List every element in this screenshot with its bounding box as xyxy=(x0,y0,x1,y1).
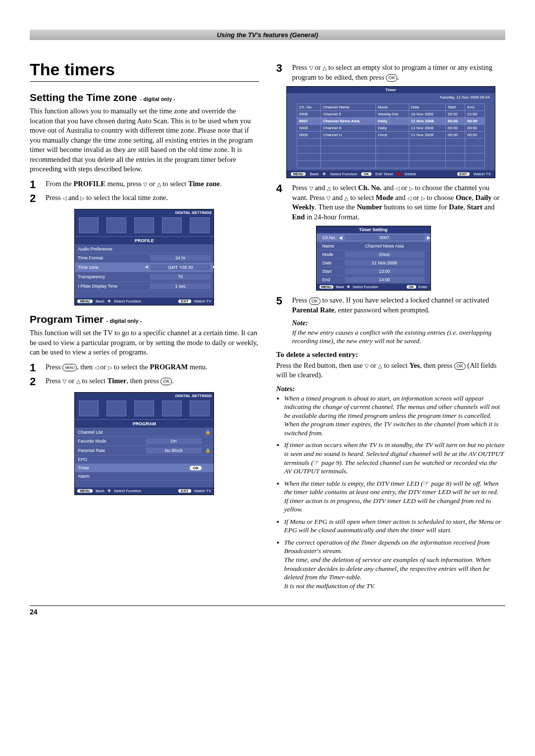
osd-row: Audio Preference xyxy=(75,245,214,253)
page-number: 24 xyxy=(30,605,505,616)
step-text: Press OK to save. If you have selected a… xyxy=(292,296,506,315)
ts-row: NameChannel News Asia xyxy=(317,242,430,250)
menu-button-icon: MENU xyxy=(62,364,77,371)
step-number: 4 xyxy=(276,183,286,194)
step5: 5 Press OK to save. If you have selected… xyxy=(276,296,506,315)
timer-table: Ch. No.Channel NameModeDateStartEnd 0006… xyxy=(297,103,485,168)
section2-step1: 1 Press MENU, then ◁ or ▷ to select the … xyxy=(30,362,259,373)
ts-footer: MENUBack ✥Select Function OKEnter xyxy=(317,284,430,290)
section1-step1: 1 From the PROFILE menu, press ▽ or △ to… xyxy=(30,179,259,190)
ts-title: Timer Setting xyxy=(317,226,430,233)
osd-icon-row xyxy=(75,216,214,236)
osd-section-title: PROFILE xyxy=(75,236,214,245)
osd-timer-setting: Timer Setting Ch.No.0007NameChannel News… xyxy=(316,226,431,291)
osd-row: I-Plate Display Time1 sec xyxy=(75,281,214,291)
section2-intro: This function will set the TV to go to a… xyxy=(30,328,259,357)
notes-heading: Notes: xyxy=(276,385,506,393)
list-item: When a timed program is about to start, … xyxy=(284,394,506,438)
list-item: If Menu or EPG is still open when timer … xyxy=(284,517,506,535)
timer-footer: MENUBack ✥Select Function OKEdit Timer D… xyxy=(287,170,495,178)
left-column: The timers Setting the Time zone - digit… xyxy=(30,60,259,594)
ok-button-icon: OK xyxy=(454,362,466,370)
table-row: 0008Channel 8Daily11 Nov 200800:0000:00 xyxy=(297,125,484,132)
menu-pill: MENU xyxy=(77,489,93,493)
ts-row: ModeOnce xyxy=(317,250,430,258)
up-triangle-icon: △ xyxy=(76,378,80,385)
osd-tag: DIGITAL SETTINGS xyxy=(75,209,214,216)
delete-entry-heading: To delete a selected entry: xyxy=(276,351,506,359)
right-triangle-icon: ▷ xyxy=(421,195,425,202)
delete-entry-body: Press the Red button, then use ▽ or △ to… xyxy=(276,361,506,380)
osd-timer-table: Timer Tuesday, 11 Nov 2008 06:44 Ch. No.… xyxy=(286,86,495,178)
osd-section-title: PROGRAM xyxy=(75,419,214,428)
two-column-layout: The timers Setting the Time zone - digit… xyxy=(30,60,505,594)
right-triangle-icon: ▷ xyxy=(409,185,413,192)
section-title: Program Timer xyxy=(30,313,104,325)
notes-list: When a timed program is about to start, … xyxy=(276,394,506,590)
step-number: 3 xyxy=(276,63,286,74)
note-body: If the new entry causes a conflict with … xyxy=(292,328,506,346)
osd-row: Time Format24 hr xyxy=(75,253,214,262)
table-row: 0009Channel UOnce11 Nov 200800:0000:00 xyxy=(297,132,484,139)
up-triangle-icon: △ xyxy=(327,185,331,192)
down-triangle-icon: ▽ xyxy=(365,362,369,370)
osd-footer: MENU Back ✥ Select Function EXIT Watch T… xyxy=(75,297,214,305)
navigate-icon: ✥ xyxy=(322,172,326,176)
right-triangle-icon: ▷ xyxy=(108,364,112,371)
table-row: 0007Channel News AsiaDaily11 Nov 200800:… xyxy=(297,118,484,125)
section2-step2: 2 Press ▽ or △ to select Timer, then pre… xyxy=(30,376,259,387)
step-number: 1 xyxy=(30,362,40,373)
step4: 4 Press ▽ and △ to select Ch. No. and ◁ … xyxy=(276,183,506,222)
step-text: Press MENU, then ◁ or ▷ to select the PR… xyxy=(46,362,208,372)
osd-row: Time zoneGMT +08:30 xyxy=(75,262,214,272)
note-heading: Note: xyxy=(292,319,506,327)
step-text: From the PROFILE menu, press ▽ or △ to s… xyxy=(46,179,221,189)
down-triangle-icon: ▽ xyxy=(309,64,313,72)
osd-row: Favorite ModeOn xyxy=(75,436,214,446)
step-number: 2 xyxy=(30,376,40,387)
menu-pill: MENU xyxy=(77,300,93,303)
osd-tag: DIGITAL SETTINGS xyxy=(75,393,214,399)
section-program-timer-heading: Program Timer - digital only - xyxy=(30,313,259,325)
section-sub: - digital only - xyxy=(140,96,175,102)
step-number: 1 xyxy=(30,179,40,190)
section-header-bar: Using the TV's features (General) xyxy=(30,30,505,40)
down-triangle-icon: ▽ xyxy=(326,195,330,202)
osd-icon-row xyxy=(75,399,214,419)
step-text: Press ▽ or △ to select Timer, then press… xyxy=(46,376,174,386)
left-triangle-icon: ◁ xyxy=(407,195,411,202)
up-triangle-icon: △ xyxy=(322,64,326,72)
section1-intro: This function allows you to manually set… xyxy=(30,106,259,174)
page-title: The timers xyxy=(30,60,259,79)
table-row: 0006Channel 5Weekly-Sat18 Nov 200820:302… xyxy=(297,111,484,118)
ts-row: End14:00 xyxy=(317,275,430,284)
exit-pill: EXIT xyxy=(178,300,191,303)
list-item: If timer action occurs when the TV is in… xyxy=(284,441,506,475)
down-triangle-icon: ▽ xyxy=(309,185,313,192)
step-text: Press ▽ and △ to select Ch. No. and ◁ or… xyxy=(292,183,506,222)
ok-button-icon: OK xyxy=(160,378,172,385)
osd-row: Parental RateNo Block🔒 xyxy=(75,446,214,455)
osd-footer: MENU Back ✥ Select Function EXIT Watch T… xyxy=(75,487,214,495)
step-text: Press ▽ or △ to select an empty slot to … xyxy=(292,63,506,82)
left-triangle-icon: ◁ xyxy=(95,364,99,371)
ts-row: Ch.No.0007 xyxy=(317,233,430,242)
osd-row: Channel List🔒 xyxy=(75,428,214,436)
step3: 3 Press ▽ or △ to select an empty slot t… xyxy=(276,63,506,82)
section-sub: - digital only - xyxy=(107,318,142,324)
navigate-icon: ✥ xyxy=(107,489,111,493)
step-number: 5 xyxy=(276,296,286,306)
list-item: When the timer table is empty, the DTV t… xyxy=(284,479,506,514)
ok-button-icon: OK xyxy=(386,74,397,82)
red-dot-icon xyxy=(397,172,401,176)
right-column: 3 Press ▽ or △ to select an empty slot t… xyxy=(276,60,506,594)
ok-button-icon: OK xyxy=(309,298,321,305)
section1-step2: 2 Press ◁ and ▷ to select the local time… xyxy=(30,193,259,204)
timer-title: Timer xyxy=(287,87,495,93)
ts-row: Date11 Nov 2008 xyxy=(317,258,430,267)
osd-row: Transparency70 xyxy=(75,272,214,281)
section-title: Setting the Time zone xyxy=(30,92,137,103)
step-text: Press ◁ and ▷ to select the local time z… xyxy=(46,193,168,203)
up-triangle-icon: △ xyxy=(157,181,161,188)
timer-date: Tuesday, 11 Nov 2008 06:44 xyxy=(287,93,495,101)
